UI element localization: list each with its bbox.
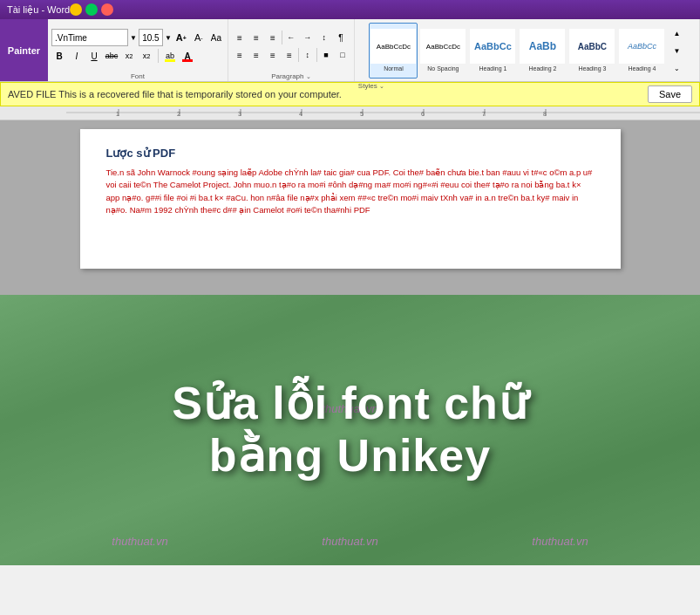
- document-page: Lược sử PDF Tie.n sã John Warnock #oung …: [80, 129, 621, 269]
- painter-panel[interactable]: Painter: [0, 19, 48, 81]
- para-sep3: [316, 48, 317, 62]
- style-no-spacing-label: No Spacing: [427, 65, 459, 72]
- font-separator: [158, 49, 159, 63]
- align-right-button[interactable]: ≡: [265, 47, 281, 63]
- para-expand-icon[interactable]: ⌄: [306, 73, 311, 80]
- styles-controls: AaBbCcDc Normal AaBbCcDc No Spacing AaBb…: [367, 21, 686, 80]
- style-heading1-label: Heading 1: [479, 65, 506, 72]
- style-normal[interactable]: AaBbCcDc Normal: [369, 23, 418, 79]
- svg-text:1: 1: [116, 111, 119, 117]
- document-heading: Lược sử PDF: [106, 147, 595, 160]
- paragraph-group-label: Paragraph ⌄: [271, 71, 310, 80]
- font-name-dropdown-icon[interactable]: ▼: [130, 34, 137, 42]
- styles-scroll: ▲ ▼ ⌄: [669, 25, 684, 76]
- style-no-spacing-text: AaBbCcDc: [426, 43, 460, 51]
- styles-down-button[interactable]: ▼: [669, 43, 684, 58]
- increase-indent-button[interactable]: →: [300, 30, 316, 45]
- image-line2: bằng Unikey: [209, 430, 491, 482]
- subscript-button[interactable]: x2: [121, 48, 137, 64]
- font-color-button[interactable]: A: [180, 48, 195, 64]
- align-left-button[interactable]: ≡: [232, 47, 248, 63]
- style-no-spacing[interactable]: AaBbCcDc No Spacing: [418, 23, 467, 79]
- styles-group: AaBbCcDc Normal AaBbCcDc No Spacing AaBb…: [355, 19, 700, 81]
- sort-button[interactable]: ↕: [316, 30, 332, 45]
- document-body[interactable]: Tie.n sã John Warnock #oung sạing laẽp A…: [106, 167, 595, 216]
- style-normal-label: Normal: [384, 65, 404, 72]
- styles-up-button[interactable]: ▲: [669, 25, 684, 41]
- ribbon: Painter ▼ ▼ A+ A- Aa B I U abc: [0, 19, 700, 82]
- style-heading3-text: AaBbC: [578, 42, 607, 51]
- svg-text:4: 4: [299, 111, 302, 117]
- ruler-marks: 1 2 3 4 5 6 7 8: [66, 106, 700, 120]
- minimize-button[interactable]: [70, 3, 82, 16]
- bullets-button[interactable]: ≡: [232, 30, 248, 45]
- font-name-input[interactable]: [51, 29, 128, 46]
- svg-text:8: 8: [543, 111, 547, 117]
- title-controls: [70, 3, 113, 16]
- font-controls-top: ▼ ▼ A+ A- Aa B I U abc x2 x2 ab A: [51, 22, 224, 71]
- svg-text:6: 6: [421, 111, 425, 117]
- italic-button[interactable]: I: [69, 48, 85, 64]
- line-spacing-button[interactable]: ↕: [300, 47, 316, 63]
- info-bar: AVED FILE This is a recovered file that …: [0, 82, 700, 106]
- style-heading4-preview: AaBbCc: [619, 29, 664, 64]
- watermarks-row: thuthuat.vn thuthuat.vn thuthuat.vn: [0, 535, 700, 548]
- style-heading3-label: Heading 3: [578, 65, 606, 72]
- superscript-button[interactable]: x2: [139, 48, 154, 64]
- strikethrough-button[interactable]: abc: [104, 48, 119, 64]
- close-button[interactable]: [101, 3, 113, 16]
- style-heading2-label: Heading 2: [528, 65, 556, 72]
- svg-text:5: 5: [360, 111, 364, 117]
- underline-button[interactable]: U: [86, 48, 102, 64]
- font-size-dropdown-icon[interactable]: ▼: [165, 34, 172, 42]
- para-row2: ≡ ≡ ≡ ≡ ↕ ■ □: [232, 47, 350, 63]
- style-heading4[interactable]: AaBbCc Heading 4: [617, 23, 666, 79]
- font-controls: ▼ ▼ A+ A- Aa B I U abc x2 x2 ab A: [51, 29, 224, 64]
- style-normal-text: AaBbCcDc: [377, 43, 411, 51]
- style-heading3-preview: AaBbC: [569, 29, 615, 64]
- para-row1: ≡ ≡ ≡ ← → ↕ ¶: [232, 30, 350, 45]
- decrease-indent-button[interactable]: ←: [283, 30, 299, 45]
- font-grow-button[interactable]: A+: [173, 30, 189, 45]
- clear-format-button[interactable]: Aa: [208, 30, 224, 45]
- watermark-left: thuthuat.vn: [112, 535, 167, 548]
- image-line1: Sửa lỗi font chữ: [172, 378, 528, 430]
- style-heading4-label: Heading 4: [628, 65, 656, 72]
- align-center-button[interactable]: ≡: [248, 47, 264, 63]
- style-heading1-preview: AaBbCc: [470, 29, 515, 64]
- justify-button[interactable]: ≡: [282, 47, 297, 63]
- watermark-center: thuthuat.vn: [322, 535, 377, 548]
- style-heading3[interactable]: AaBbC Heading 3: [567, 23, 616, 79]
- ruler-svg: 1 2 3 4 5 6 7 8: [66, 106, 700, 119]
- save-button[interactable]: Save: [648, 85, 692, 103]
- font-row2: B I U abc x2 x2 ab A: [51, 48, 224, 64]
- style-heading2[interactable]: AaBb Heading 2: [518, 23, 567, 79]
- style-heading1[interactable]: AaBbCc Heading 1: [468, 23, 517, 79]
- para-sep2: [298, 48, 299, 62]
- highlight-button[interactable]: ab: [162, 48, 178, 64]
- font-group-label: Font: [131, 71, 145, 80]
- style-no-spacing-preview: AaBbCcDc: [420, 29, 466, 64]
- font-size-input[interactable]: [139, 29, 163, 46]
- para-sep1: [282, 31, 282, 44]
- paragraph-group: ≡ ≡ ≡ ← → ↕ ¶ ≡ ≡ ≡ ≡ ↕ ■: [228, 19, 355, 81]
- style-heading1-text: AaBbCc: [474, 41, 512, 51]
- styles-area: AaBbCcDc Normal AaBbCcDc No Spacing AaBb…: [367, 21, 686, 80]
- style-heading2-preview: AaBb: [520, 29, 565, 64]
- styles-expand-button[interactable]: ⌄: [669, 60, 684, 76]
- multilevel-button[interactable]: ≡: [265, 30, 281, 45]
- maximize-button[interactable]: [85, 3, 98, 16]
- bold-button[interactable]: B: [51, 48, 67, 64]
- document-area: Lược sử PDF Tie.n sã John Warnock #oung …: [0, 120, 700, 295]
- style-heading2-text: AaBb: [529, 40, 556, 52]
- image-text-overlay: Sửa lỗi font chữ bằng Unikey: [0, 295, 700, 565]
- svg-text:2: 2: [177, 111, 180, 117]
- paragraph-controls: ≡ ≡ ≡ ← → ↕ ¶ ≡ ≡ ≡ ≡ ↕ ■: [232, 22, 350, 71]
- shading-button[interactable]: ■: [318, 47, 334, 63]
- para-controls: ≡ ≡ ≡ ← → ↕ ¶ ≡ ≡ ≡ ≡ ↕ ■: [232, 30, 350, 63]
- pilcrow-button[interactable]: ¶: [333, 30, 349, 45]
- title-bar-text: Tài liệu - Word: [7, 4, 70, 16]
- borders-button[interactable]: □: [335, 47, 350, 63]
- numbering-button[interactable]: ≡: [248, 30, 264, 45]
- font-shrink-button[interactable]: A-: [191, 30, 207, 45]
